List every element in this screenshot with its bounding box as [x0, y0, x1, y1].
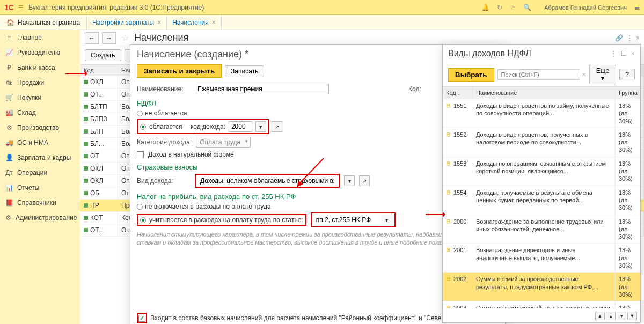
col-group[interactable]: Группа — [616, 87, 640, 99]
menu-icon: ≡ — [5, 34, 13, 41]
sidebar-label: Главное — [17, 34, 42, 41]
sidebar-item-salary[interactable]: 👤Зарплата и кадры — [0, 150, 80, 165]
sidebar-item-main[interactable]: ≡Главное — [0, 30, 80, 45]
sidebar-item-admin[interactable]: ⚙Администрирование — [0, 210, 80, 225]
back-button[interactable]: ← — [85, 32, 99, 44]
truck-icon: 🚚 — [5, 139, 13, 146]
sidebar: ≡Главное 📈Руководителю ₽Банк и касса 🛍Пр… — [0, 30, 80, 324]
tab-label: Настройки зарплаты — [92, 19, 154, 26]
window-icon[interactable]: ☐ — [621, 50, 627, 57]
sidebar-item-manager[interactable]: 📈Руководителю — [0, 45, 80, 60]
sidebar-item-warehouse[interactable]: 🏭Склад — [0, 105, 80, 120]
table-row[interactable]: ⊟1554Доходы, получаемые в результате обм… — [443, 186, 640, 215]
table-row[interactable]: ⊟1553Доходы по операциям, связанным с от… — [443, 157, 640, 186]
forward-button[interactable]: → — [102, 32, 116, 44]
table-row[interactable]: ⊟1551Доходы в виде процентов по займу, п… — [443, 99, 640, 128]
equalizer-icon[interactable]: ≣ — [634, 4, 640, 11]
scroll-top-icon[interactable]: ▲ — [595, 312, 605, 320]
dropdown-icon[interactable]: ▾ — [255, 121, 266, 132]
label-income-code: код дохода: — [191, 123, 225, 130]
close-icon[interactable]: × — [157, 19, 161, 26]
close-icon[interactable]: × — [631, 50, 635, 57]
sidebar-label: Склад — [17, 109, 36, 116]
col-code[interactable]: Код ↓ — [443, 87, 473, 99]
sidebar-label: Зарплата и кадры — [17, 154, 71, 161]
tabs-row: 🏠 Начальная страница Настройки зарплаты … — [0, 15, 644, 30]
menu-icon[interactable]: ≡ — [18, 3, 23, 12]
tab-charges[interactable]: Начисления × — [167, 15, 222, 30]
cart-icon: 🛒 — [5, 94, 13, 101]
radio-label: не включается в расходы по оплате труда — [145, 203, 271, 210]
radio-label: облагается — [149, 123, 182, 130]
link-icon[interactable]: 🔗 — [615, 34, 623, 42]
sidebar-item-reports[interactable]: 📊Отчеты — [0, 180, 80, 195]
sidebar-label: Операции — [17, 169, 47, 176]
table-row[interactable]: ⊟1552Доходы в виде процентов, полученных… — [443, 128, 640, 157]
table-row[interactable]: ⊟2003Суммы вознаграждений, выплачиваемых… — [443, 301, 640, 308]
home-tab[interactable]: 🏠 Начальная страница — [0, 15, 87, 30]
history-icon[interactable]: ↻ — [497, 4, 502, 11]
help-button[interactable]: ? — [619, 69, 635, 80]
dropdown-icon[interactable]: ▾ — [382, 215, 392, 225]
open-icon[interactable]: ↗ — [272, 121, 282, 132]
close-icon[interactable]: × — [212, 19, 216, 26]
favorite-icon[interactable]: ☆ — [121, 33, 129, 43]
expense-article-input[interactable] — [314, 215, 378, 225]
open-icon[interactable]: ↗ — [359, 175, 370, 186]
sidebar-item-os[interactable]: 🚚ОС и НМА — [0, 135, 80, 150]
checkbox-base[interactable]: ✓ — [138, 315, 145, 322]
checkbox-natural[interactable] — [137, 151, 144, 158]
bag-icon: 🛍 — [5, 79, 13, 86]
select-button[interactable]: Выбрать — [448, 68, 494, 82]
home-icon: 🏠 — [6, 19, 14, 26]
topbar-icons: 🔔 ↻ ☆ 🔍 Абрамов Геннадий Сергеевич ≣ — [481, 4, 640, 11]
search-input[interactable] — [497, 69, 579, 80]
close-icon[interactable]: × — [636, 34, 640, 42]
sidebar-label: Администрирование — [16, 214, 77, 222]
more-icon[interactable]: ⋮ — [610, 50, 617, 57]
scroll-up-icon[interactable]: ▴ — [606, 312, 616, 320]
tab-label: Начисления — [172, 19, 209, 26]
create-button[interactable]: Создать — [85, 49, 121, 61]
sidebar-item-operations[interactable]: ДтОперации — [0, 165, 80, 180]
panel-table-header: Код ↓ Наименование Группа — [443, 86, 640, 99]
user-name[interactable]: Абрамов Геннадий Сергеевич — [544, 4, 627, 11]
scroll-down-icon[interactable]: ▾ — [617, 312, 626, 320]
sidebar-label: Банк и касса — [17, 64, 55, 71]
star-icon[interactable]: ☆ — [510, 4, 516, 11]
dt-icon: Дт — [5, 169, 13, 176]
name-input[interactable] — [195, 84, 329, 94]
col-name[interactable]: Наименование — [473, 87, 616, 99]
more-icon[interactable]: ⋮ — [626, 34, 633, 42]
ruble-icon: ₽ — [5, 64, 13, 71]
factory-icon: 🏭 — [5, 109, 13, 116]
gear-icon: ⚙ — [5, 214, 11, 222]
sidebar-item-sales[interactable]: 🛍Продажи — [0, 75, 80, 90]
table-row[interactable]: ⊟2001Вознаграждение директоров и иные ан… — [443, 244, 640, 273]
more-button[interactable]: Еще ▾ — [589, 65, 617, 84]
app-title: Бухгалтерия предприятия, редакция 3.0 (1… — [28, 4, 481, 11]
scroll-bottom-icon[interactable]: ▼ — [627, 312, 637, 320]
topbar: 1C ≡ Бухгалтерия предприятия, редакция 3… — [0, 0, 644, 15]
search-icon[interactable]: 🔍 — [523, 4, 531, 11]
home-label: Начальная страница — [18, 19, 80, 26]
tab-settings[interactable]: Настройки зарплаты × — [87, 15, 167, 30]
table-row[interactable]: ⊟2002Суммы премий за производственные ре… — [443, 273, 640, 301]
panel-title: Виды доходов НДФЛ — [448, 49, 531, 58]
sidebar-item-refs[interactable]: 📕Справочники — [0, 195, 80, 210]
bell-icon[interactable]: 🔔 — [481, 4, 489, 11]
income-code-input[interactable] — [229, 121, 252, 132]
annotation-arrow-icon — [426, 214, 445, 215]
sidebar-item-purchases[interactable]: 🛒Покупки — [0, 90, 80, 105]
clear-icon[interactable]: × — [582, 71, 586, 78]
sidebar-label: Производство — [17, 124, 59, 131]
category-select: Оплата труда — [196, 137, 251, 148]
sidebar-label: ОС и НМА — [17, 139, 48, 146]
save-button[interactable]: Записать — [225, 65, 264, 77]
sidebar-item-production[interactable]: ⚙Производство — [0, 120, 80, 135]
label-income-type: Вид дохода: — [137, 177, 191, 185]
income-type-input[interactable] — [198, 176, 336, 186]
save-close-button[interactable]: Записать и закрыть — [137, 64, 222, 78]
table-row[interactable]: ⊟2000Вознаграждение за выполнение трудов… — [443, 215, 640, 244]
dropdown-icon[interactable]: ▾ — [344, 175, 355, 186]
